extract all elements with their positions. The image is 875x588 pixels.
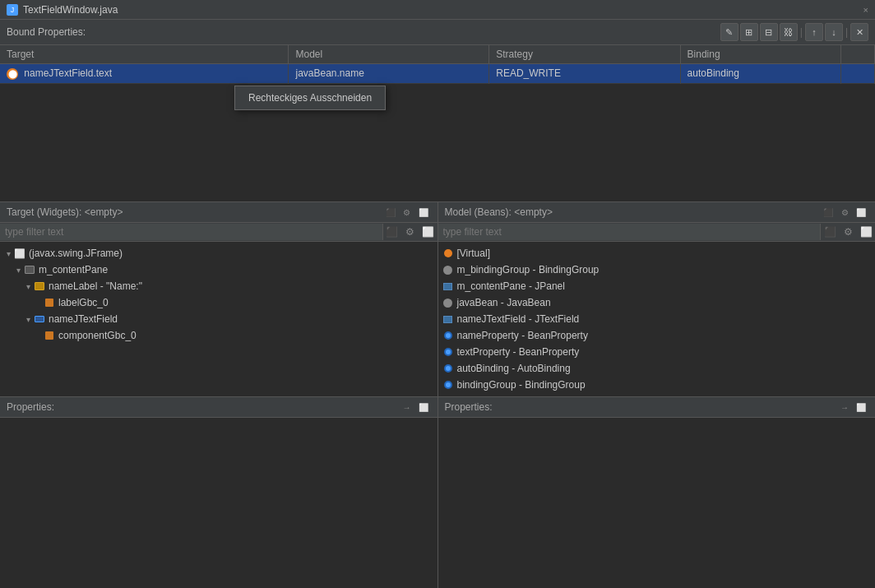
col-strategy: Strategy [489, 45, 680, 64]
prop-left-btn1[interactable]: → [400, 400, 414, 414]
close-icon[interactable]: × [863, 5, 868, 15]
move-up-btn[interactable]: ↑ [805, 23, 823, 41]
target-panel-icons: ⬛ ⚙ ⬜ [383, 205, 431, 220]
list-item[interactable]: ▾ ⬜ (javax.swing.JFrame) [0, 245, 438, 262]
target-tree: ▾ ⬜ (javax.swing.JFrame) ▾ m_contentPane… [0, 242, 438, 396]
frame-icon: ⬜ [13, 247, 26, 260]
tree-toggle[interactable]: ▾ [3, 249, 13, 258]
col-binding: Binding [680, 45, 840, 64]
prop-panel-right: Properties: → ⬜ [438, 397, 876, 588]
cell-target: ⬤ nameJTextField.text [0, 64, 289, 84]
table-row[interactable]: ⬤ nameJTextField.text javaBean.name READ… [0, 64, 875, 84]
model-panel-icons: ⬛ ⚙ ⬜ [821, 205, 868, 220]
tree-toggle[interactable]: ▾ [23, 282, 33, 291]
target-filter-btn2[interactable]: ⚙ [401, 223, 419, 241]
list-item[interactable]: textProperty - BeanProperty [438, 344, 876, 360]
tree-node-label: autoBinding - AutoBinding [457, 363, 571, 374]
model-panel: Model (Beans): <empty> ⬛ ⚙ ⬜ ⬛ ⚙ ⬜ [Virt… [438, 202, 876, 396]
model-filter-btn2[interactable]: ⚙ [839, 223, 857, 241]
target-filter-bar: ⬛ ⚙ ⬜ [0, 223, 438, 242]
col-extra [840, 45, 874, 64]
tree-node-label: labelGbc_0 [58, 297, 109, 308]
chain-btn[interactable]: ⛓ [780, 23, 798, 41]
tree-toggle[interactable]: ▾ [23, 315, 33, 324]
prop-left-label: Properties: [7, 401, 54, 413]
target-panel-btn1[interactable]: ⬛ [383, 205, 398, 220]
edit-binding-btn[interactable]: ✎ [720, 23, 738, 41]
row-icon: ⬤ [7, 68, 18, 80]
toolbar-divider2: | [845, 26, 848, 38]
javabean-icon [442, 296, 455, 309]
delete-btn[interactable]: ✕ [850, 23, 868, 41]
bound-properties-table: Target Model Strategy Binding ⬤ nameJTex… [0, 45, 875, 84]
tree-toggle[interactable]: ▾ [13, 266, 23, 275]
cell-model: javaBean.name [289, 64, 489, 84]
prop-right-btn2[interactable]: ⬜ [854, 400, 868, 414]
target-filter-input[interactable] [0, 224, 383, 240]
context-menu-item-cut[interactable]: Rechteckiges Ausschneiden [235, 88, 385, 108]
target-filter-btn1[interactable]: ⬛ [383, 223, 401, 241]
cell-extra [840, 64, 874, 84]
file-icon: J [7, 4, 18, 16]
list-item[interactable]: m_bindingGroup - BindingGroup [438, 262, 876, 278]
textfield-icon [33, 313, 46, 326]
model-tree: [Virtual] m_bindingGroup - BindingGroup … [438, 242, 876, 396]
list-item[interactable]: ▾ m_contentPane [0, 262, 438, 278]
list-item[interactable]: nameProperty - BeanProperty [438, 327, 876, 344]
model-panel-btn3[interactable]: ⬜ [854, 205, 868, 220]
model-filter-btn3[interactable]: ⬜ [857, 223, 875, 241]
target-panel-btn3[interactable]: ⬜ [416, 205, 431, 220]
prop-left-content [0, 418, 438, 588]
bound-properties-table-container: Target Model Strategy Binding ⬤ nameJTex… [0, 45, 875, 201]
name-property-icon [442, 329, 455, 342]
model-filter-input[interactable] [438, 224, 822, 240]
tree-node-label: m_contentPane [39, 264, 108, 275]
tree-node-label: nameJTextField - JTextField [457, 313, 580, 325]
tree-node-label: m_bindingGroup - BindingGroup [457, 264, 600, 275]
list-item[interactable]: bindingGroup - BindingGroup [438, 377, 876, 393]
tree-node-label: textProperty - BeanProperty [457, 346, 580, 358]
tree-node-label: (javax.swing.JFrame) [29, 248, 123, 259]
panels-row: Target (Widgets): <empty> ⬛ ⚙ ⬜ ⬛ ⚙ ⬜ ▾ … [0, 201, 875, 396]
list-item[interactable]: javaBean - JavaBean [438, 294, 876, 311]
prop-right-btn1[interactable]: → [837, 400, 852, 414]
tree-node-label: nameProperty - BeanProperty [457, 330, 588, 341]
bound-properties-header: Bound Properties: ✎ ⊞ ⊟ ⛓ | ↑ ↓ | ✕ [0, 20, 875, 45]
prop-right-content [438, 418, 876, 588]
model-panel-btn1[interactable]: ⬛ [821, 205, 836, 220]
model-filter-btn1[interactable]: ⬛ [821, 223, 839, 241]
list-item[interactable]: ▾ nameJTextField [0, 311, 438, 327]
tree-node-label: bindingGroup - BindingGroup [457, 379, 586, 391]
bound-properties-label: Bound Properties: [7, 26, 86, 38]
list-item[interactable]: componentGbc_0 [0, 327, 438, 344]
move-down-btn[interactable]: ↓ [825, 23, 843, 41]
list-item[interactable]: [Virtual] [438, 245, 876, 262]
list-item[interactable]: ▾ nameLabel - "Name:" [0, 278, 438, 294]
title-text: TextFieldWindow.java [23, 4, 859, 16]
list-item[interactable]: autoBinding - AutoBinding [438, 360, 876, 377]
content-pane-icon [442, 280, 455, 293]
prop-right-label: Properties: [445, 401, 493, 413]
list-item[interactable]: labelGbc_0 [0, 294, 438, 311]
binding-group-icon2 [442, 378, 455, 391]
target-panel: Target (Widgets): <empty> ⬛ ⚙ ⬜ ⬛ ⚙ ⬜ ▾ … [0, 202, 438, 396]
properties-row: Properties: → ⬜ Properties: → ⬜ [0, 396, 875, 588]
link-btn[interactable]: ⊞ [740, 23, 758, 41]
auto-binding-icon [442, 362, 455, 375]
binding-group-icon [442, 263, 455, 276]
target-panel-btn2[interactable]: ⚙ [400, 205, 414, 220]
col-model: Model [289, 45, 489, 64]
list-item[interactable]: m_contentPane - JPanel [438, 278, 876, 294]
jtextfield-icon [442, 313, 455, 326]
prop-left-btn2[interactable]: ⬜ [416, 400, 431, 414]
model-panel-btn2[interactable]: ⚙ [837, 205, 852, 220]
prop-left-icons: → ⬜ [400, 400, 431, 414]
model-filter-bar: ⬛ ⚙ ⬜ [438, 223, 876, 242]
target-filter-btn3[interactable]: ⬜ [419, 223, 438, 241]
list-item[interactable]: nameJTextField - JTextField [438, 311, 876, 327]
col-target: Target [0, 45, 289, 64]
link2-btn[interactable]: ⊟ [760, 23, 778, 41]
pane-icon [23, 263, 36, 276]
label-widget-icon [33, 280, 46, 293]
cell-strategy: READ_WRITE [489, 64, 680, 84]
